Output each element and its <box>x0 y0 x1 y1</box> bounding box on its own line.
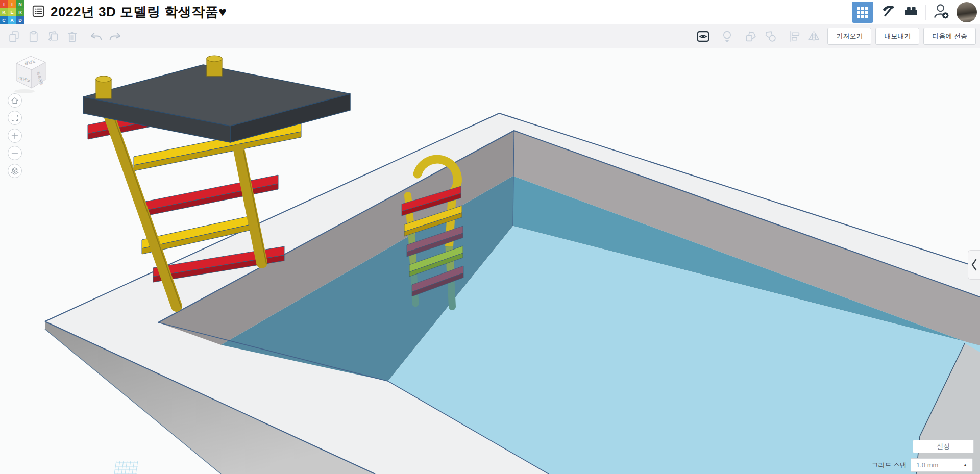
send-to-button[interactable]: 다음에 전송 <box>923 28 976 45</box>
view-cube[interactable]: 평면도 배면도 좌측면도 <box>5 48 56 97</box>
duplicate-icon[interactable] <box>43 24 62 48</box>
app-header: T I N K E R C A D 2022년 3D 모델링 학생작품♥ <box>0 0 980 24</box>
page-title: 2022년 3D 모델링 학생작품♥ <box>51 3 227 21</box>
undo-icon[interactable] <box>86 24 106 48</box>
import-button[interactable]: 가져오기 <box>827 28 871 45</box>
logo-cell: K <box>0 8 8 16</box>
logo-cell: C <box>0 16 8 24</box>
logo-cell: N <box>16 0 24 8</box>
home-view-button[interactable] <box>8 93 22 108</box>
grid-snap-dropdown[interactable]: 1.0 mm ▲ <box>911 458 973 472</box>
minecraft-pickaxe-icon[interactable] <box>879 3 897 22</box>
redo-icon[interactable] <box>106 24 125 48</box>
logo-cell: R <box>16 8 24 16</box>
delete-icon[interactable] <box>62 24 82 48</box>
edit-toolbar: 가져오기 내보내기 다음에 전송 <box>0 24 980 48</box>
viewport-3d[interactable]: 평면도 배면도 좌측면도 설정 그리드 스냅 1.0 <box>0 48 980 474</box>
ungroup-icon[interactable] <box>761 24 780 48</box>
fit-view-button[interactable] <box>8 111 22 125</box>
toolbar-divider <box>691 24 691 48</box>
group-icon[interactable] <box>741 24 761 48</box>
scene-3d[interactable] <box>0 48 980 474</box>
logo-cell: I <box>8 0 16 8</box>
logo-cell: E <box>8 8 16 16</box>
logo-cell: D <box>16 16 24 24</box>
workplane-grid <box>114 461 138 474</box>
grid-snap-value: 1.0 mm <box>916 461 938 469</box>
design-list-icon[interactable] <box>31 4 45 20</box>
blocks-grid-button[interactable] <box>852 2 873 23</box>
perspective-toggle-button[interactable] <box>8 164 22 178</box>
chevron-left-icon <box>971 257 978 272</box>
copy-icon[interactable] <box>4 24 23 48</box>
invite-person-icon[interactable] <box>932 2 950 22</box>
logo-cell: T <box>0 0 8 8</box>
mirror-icon[interactable] <box>804 24 823 48</box>
avatar[interactable] <box>957 2 977 22</box>
zoom-out-button[interactable] <box>8 146 22 160</box>
settings-button[interactable]: 설정 <box>913 440 974 453</box>
paste-icon[interactable] <box>23 24 43 48</box>
brick-blocks-icon[interactable] <box>903 3 919 21</box>
swimming-pool[interactable] <box>45 113 980 474</box>
panel-expand-tab[interactable] <box>968 250 980 280</box>
dropdown-up-triangle-icon: ▲ <box>963 463 967 467</box>
toolbar-divider <box>782 24 782 48</box>
header-divider <box>925 5 926 20</box>
export-button[interactable]: 내보내기 <box>875 28 919 45</box>
grid-snap-label: 그리드 스냅 <box>857 461 906 470</box>
show-all-bulb-icon[interactable] <box>717 24 737 48</box>
toolbar-divider <box>715 24 715 48</box>
align-icon[interactable] <box>785 24 804 48</box>
toolbar-divider <box>739 24 739 48</box>
notes-eye-icon[interactable] <box>693 24 713 48</box>
zoom-in-button[interactable] <box>8 129 22 143</box>
toolbar-divider <box>84 24 84 48</box>
logo-cell: A <box>8 16 16 24</box>
tinkercad-logo[interactable]: T I N K E R C A D <box>0 0 24 24</box>
